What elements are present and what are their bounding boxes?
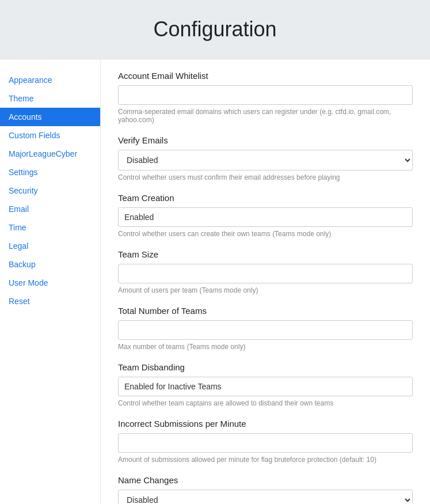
sidebar-item-custom-fields[interactable]: Custom Fields: [0, 126, 100, 145]
total-teams-group: Total Number of Teams Max number of team…: [118, 306, 413, 351]
sidebar-item-time[interactable]: Time: [0, 218, 100, 237]
verify-emails-select[interactable]: Disabled Enabled: [118, 150, 413, 170]
team-disbanding-group: Team Disbanding Enabled for Inactive Tea…: [118, 362, 413, 407]
team-disbanding-label: Team Disbanding: [118, 362, 413, 372]
incorrect-submissions-group: Incorrect Submissions per Minute Amount …: [118, 419, 413, 464]
sidebar: Appearance Theme Accounts Custom Fields …: [0, 59, 101, 504]
page-title: Configuration: [12, 17, 418, 41]
team-size-label: Team Size: [118, 249, 413, 259]
sidebar-item-legal[interactable]: Legal: [0, 237, 100, 255]
total-teams-input[interactable]: [118, 320, 413, 340]
team-disbanding-value: Enabled for Inactive Teams: [118, 377, 413, 396]
sidebar-item-theme[interactable]: Theme: [0, 89, 100, 108]
sidebar-item-accounts[interactable]: Accounts: [0, 108, 100, 126]
incorrect-submissions-input[interactable]: [118, 433, 413, 453]
name-changes-label: Name Changes: [118, 475, 413, 485]
sidebar-item-appearance[interactable]: Appearance: [0, 71, 100, 89]
main-layout: Appearance Theme Accounts Custom Fields …: [0, 59, 430, 504]
team-size-group: Team Size Amount of users per team (Team…: [118, 249, 413, 294]
account-email-whitelist-input[interactable]: [118, 85, 413, 105]
page-header: Configuration: [0, 0, 430, 59]
sidebar-item-user-mode[interactable]: User Mode: [0, 274, 100, 292]
verify-emails-hint: Control whether users must confirm their…: [118, 173, 413, 181]
team-creation-label: Team Creation: [118, 193, 413, 203]
account-email-whitelist-label: Account Email Whitelist: [118, 71, 413, 81]
name-changes-group: Name Changes Disabled Enabled Control wh…: [118, 475, 413, 504]
sidebar-item-security[interactable]: Security: [0, 181, 100, 200]
total-teams-label: Total Number of Teams: [118, 306, 413, 316]
incorrect-submissions-label: Incorrect Submissions per Minute: [118, 419, 413, 429]
sidebar-item-settings[interactable]: Settings: [0, 163, 100, 181]
team-disbanding-hint: Control whether team captains are allowe…: [118, 399, 413, 407]
team-creation-group: Team Creation Enabled Control whether us…: [118, 193, 413, 238]
sidebar-item-majorleaguecyber[interactable]: MajorLeagueCyber: [0, 145, 100, 163]
sidebar-item-backup[interactable]: Backup: [0, 255, 100, 274]
team-creation-value: Enabled: [118, 207, 413, 227]
sidebar-item-reset[interactable]: Reset: [0, 292, 100, 310]
incorrect-submissions-hint: Amount of submissions allowed per minute…: [118, 456, 413, 464]
team-creation-hint: Control whether users can create their o…: [118, 230, 413, 238]
team-size-input[interactable]: [118, 264, 413, 283]
verify-emails-label: Verify Emails: [118, 135, 413, 145]
account-email-whitelist-group: Account Email Whitelist Comma-seperated …: [118, 71, 413, 124]
name-changes-select[interactable]: Disabled Enabled: [118, 490, 413, 504]
total-teams-hint: Max number of teams (Teams mode only): [118, 343, 413, 351]
account-email-whitelist-hint: Comma-seperated email domains which user…: [118, 108, 413, 124]
team-size-hint: Amount of users per team (Teams mode onl…: [118, 286, 413, 294]
verify-emails-group: Verify Emails Disabled Enabled Control w…: [118, 135, 413, 181]
sidebar-item-email[interactable]: Email: [0, 200, 100, 218]
content-area: Account Email Whitelist Comma-seperated …: [101, 59, 430, 504]
